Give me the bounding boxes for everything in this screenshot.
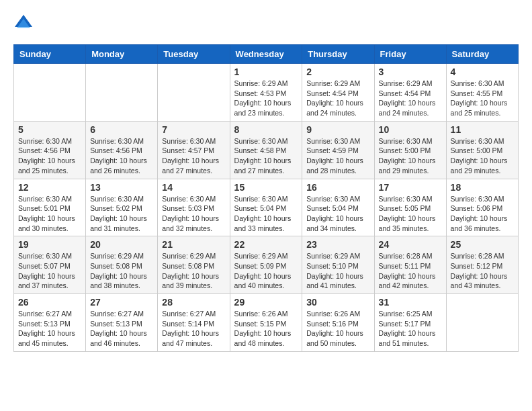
day-info: Sunrise: 6:30 AM Sunset: 5:04 PM Dayligh… xyxy=(306,194,369,234)
calendar-cell: 24Sunrise: 6:28 AM Sunset: 5:11 PM Dayli… xyxy=(374,236,446,294)
weekday-header-tuesday: Tuesday xyxy=(158,45,230,64)
day-number: 1 xyxy=(234,66,298,77)
day-info: Sunrise: 6:30 AM Sunset: 5:02 PM Dayligh… xyxy=(90,194,153,234)
day-number: 23 xyxy=(306,239,369,250)
calendar-week-row: 5Sunrise: 6:30 AM Sunset: 4:56 PM Daylig… xyxy=(14,121,519,179)
day-number: 16 xyxy=(306,182,369,193)
calendar-cell: 13Sunrise: 6:30 AM Sunset: 5:02 PM Dayli… xyxy=(86,179,158,236)
calendar-cell: 8Sunrise: 6:30 AM Sunset: 4:58 PM Daylig… xyxy=(230,121,302,179)
day-info: Sunrise: 6:30 AM Sunset: 4:59 PM Dayligh… xyxy=(306,136,369,176)
day-number: 5 xyxy=(18,124,81,135)
calendar-cell: 20Sunrise: 6:29 AM Sunset: 5:08 PM Dayli… xyxy=(86,236,158,294)
calendar-cell: 22Sunrise: 6:29 AM Sunset: 5:09 PM Dayli… xyxy=(230,236,302,294)
day-info: Sunrise: 6:29 AM Sunset: 5:08 PM Dayligh… xyxy=(162,251,225,291)
calendar-cell: 21Sunrise: 6:29 AM Sunset: 5:08 PM Dayli… xyxy=(158,236,230,294)
calendar-cell: 6Sunrise: 6:30 AM Sunset: 4:56 PM Daylig… xyxy=(86,121,158,179)
calendar-cell: 4Sunrise: 6:30 AM Sunset: 4:55 PM Daylig… xyxy=(446,64,518,122)
day-number: 6 xyxy=(90,124,153,135)
day-number: 28 xyxy=(162,297,225,308)
day-info: Sunrise: 6:30 AM Sunset: 5:04 PM Dayligh… xyxy=(234,194,298,234)
day-info: Sunrise: 6:30 AM Sunset: 5:07 PM Dayligh… xyxy=(18,251,81,291)
day-info: Sunrise: 6:29 AM Sunset: 5:10 PM Dayligh… xyxy=(306,251,369,291)
day-info: Sunrise: 6:30 AM Sunset: 4:57 PM Dayligh… xyxy=(162,136,225,176)
calendar-week-row: 19Sunrise: 6:30 AM Sunset: 5:07 PM Dayli… xyxy=(14,236,519,294)
day-info: Sunrise: 6:27 AM Sunset: 5:14 PM Dayligh… xyxy=(162,309,225,349)
day-number: 24 xyxy=(379,239,442,250)
day-number: 10 xyxy=(379,124,442,135)
calendar-cell: 27Sunrise: 6:27 AM Sunset: 5:13 PM Dayli… xyxy=(86,294,158,352)
calendar-cell xyxy=(86,64,158,122)
calendar-cell: 9Sunrise: 6:30 AM Sunset: 4:59 PM Daylig… xyxy=(302,121,374,179)
day-info: Sunrise: 6:28 AM Sunset: 5:11 PM Dayligh… xyxy=(379,251,442,291)
day-number: 12 xyxy=(18,182,81,193)
day-info: Sunrise: 6:30 AM Sunset: 4:55 PM Dayligh… xyxy=(451,79,514,118)
day-info: Sunrise: 6:30 AM Sunset: 5:00 PM Dayligh… xyxy=(451,136,514,176)
day-number: 26 xyxy=(18,297,81,308)
day-number: 3 xyxy=(379,66,442,77)
day-number: 15 xyxy=(234,182,298,193)
day-info: Sunrise: 6:30 AM Sunset: 5:05 PM Dayligh… xyxy=(379,194,442,234)
calendar-cell: 31Sunrise: 6:25 AM Sunset: 5:17 PM Dayli… xyxy=(374,294,446,352)
day-number: 7 xyxy=(162,124,225,135)
day-number: 13 xyxy=(90,182,153,193)
day-number: 18 xyxy=(451,182,514,193)
calendar-cell: 7Sunrise: 6:30 AM Sunset: 4:57 PM Daylig… xyxy=(158,121,230,179)
day-info: Sunrise: 6:30 AM Sunset: 5:00 PM Dayligh… xyxy=(379,136,442,176)
logo xyxy=(13,13,36,34)
weekday-header-thursday: Thursday xyxy=(302,45,374,64)
calendar-cell: 15Sunrise: 6:30 AM Sunset: 5:04 PM Dayli… xyxy=(230,179,302,236)
day-number: 11 xyxy=(451,124,514,135)
day-number: 27 xyxy=(90,297,153,308)
day-number: 25 xyxy=(451,239,514,250)
day-info: Sunrise: 6:26 AM Sunset: 5:16 PM Dayligh… xyxy=(306,309,369,349)
day-info: Sunrise: 6:30 AM Sunset: 4:58 PM Dayligh… xyxy=(234,136,298,176)
calendar-cell: 3Sunrise: 6:29 AM Sunset: 4:54 PM Daylig… xyxy=(374,64,446,122)
page-header xyxy=(13,13,519,34)
day-info: Sunrise: 6:30 AM Sunset: 5:06 PM Dayligh… xyxy=(451,194,514,234)
calendar-cell: 14Sunrise: 6:30 AM Sunset: 5:03 PM Dayli… xyxy=(158,179,230,236)
day-info: Sunrise: 6:29 AM Sunset: 4:54 PM Dayligh… xyxy=(306,79,369,118)
day-number: 14 xyxy=(162,182,225,193)
calendar-cell: 1Sunrise: 6:29 AM Sunset: 4:53 PM Daylig… xyxy=(230,64,302,122)
calendar-cell: 23Sunrise: 6:29 AM Sunset: 5:10 PM Dayli… xyxy=(302,236,374,294)
logo-icon xyxy=(13,13,34,34)
calendar-cell: 30Sunrise: 6:26 AM Sunset: 5:16 PM Dayli… xyxy=(302,294,374,352)
day-info: Sunrise: 6:29 AM Sunset: 5:08 PM Dayligh… xyxy=(90,251,153,291)
calendar-cell: 5Sunrise: 6:30 AM Sunset: 4:56 PM Daylig… xyxy=(14,121,86,179)
day-number: 29 xyxy=(234,297,298,308)
day-info: Sunrise: 6:29 AM Sunset: 4:54 PM Dayligh… xyxy=(379,79,442,118)
calendar-cell xyxy=(14,64,86,122)
day-number: 2 xyxy=(306,66,369,77)
calendar-week-row: 1Sunrise: 6:29 AM Sunset: 4:53 PM Daylig… xyxy=(14,64,519,122)
weekday-header-sunday: Sunday xyxy=(14,45,86,64)
day-number: 22 xyxy=(234,239,298,250)
day-number: 9 xyxy=(306,124,369,135)
day-info: Sunrise: 6:26 AM Sunset: 5:15 PM Dayligh… xyxy=(234,309,298,349)
day-number: 19 xyxy=(18,239,81,250)
day-info: Sunrise: 6:30 AM Sunset: 5:01 PM Dayligh… xyxy=(18,194,81,234)
weekday-header-monday: Monday xyxy=(86,45,158,64)
day-info: Sunrise: 6:30 AM Sunset: 4:56 PM Dayligh… xyxy=(90,136,153,176)
calendar-cell: 10Sunrise: 6:30 AM Sunset: 5:00 PM Dayli… xyxy=(374,121,446,179)
day-number: 4 xyxy=(451,66,514,77)
calendar-cell xyxy=(446,294,518,352)
day-number: 17 xyxy=(379,182,442,193)
calendar-cell: 26Sunrise: 6:27 AM Sunset: 5:13 PM Dayli… xyxy=(14,294,86,352)
day-info: Sunrise: 6:25 AM Sunset: 5:17 PM Dayligh… xyxy=(379,309,442,349)
calendar-week-row: 26Sunrise: 6:27 AM Sunset: 5:13 PM Dayli… xyxy=(14,294,519,352)
day-info: Sunrise: 6:27 AM Sunset: 5:13 PM Dayligh… xyxy=(18,309,81,349)
day-number: 30 xyxy=(306,297,369,308)
calendar-cell: 19Sunrise: 6:30 AM Sunset: 5:07 PM Dayli… xyxy=(14,236,86,294)
calendar-cell: 12Sunrise: 6:30 AM Sunset: 5:01 PM Dayli… xyxy=(14,179,86,236)
calendar-cell: 2Sunrise: 6:29 AM Sunset: 4:54 PM Daylig… xyxy=(302,64,374,122)
calendar-cell: 25Sunrise: 6:28 AM Sunset: 5:12 PM Dayli… xyxy=(446,236,518,294)
calendar-week-row: 12Sunrise: 6:30 AM Sunset: 5:01 PM Dayli… xyxy=(14,179,519,236)
day-number: 21 xyxy=(162,239,225,250)
calendar-cell: 17Sunrise: 6:30 AM Sunset: 5:05 PM Dayli… xyxy=(374,179,446,236)
day-info: Sunrise: 6:30 AM Sunset: 4:56 PM Dayligh… xyxy=(18,136,81,176)
calendar-cell: 29Sunrise: 6:26 AM Sunset: 5:15 PM Dayli… xyxy=(230,294,302,352)
calendar-cell: 11Sunrise: 6:30 AM Sunset: 5:00 PM Dayli… xyxy=(446,121,518,179)
day-info: Sunrise: 6:28 AM Sunset: 5:12 PM Dayligh… xyxy=(451,251,514,291)
weekday-header-saturday: Saturday xyxy=(446,45,518,64)
calendar-cell: 18Sunrise: 6:30 AM Sunset: 5:06 PM Dayli… xyxy=(446,179,518,236)
